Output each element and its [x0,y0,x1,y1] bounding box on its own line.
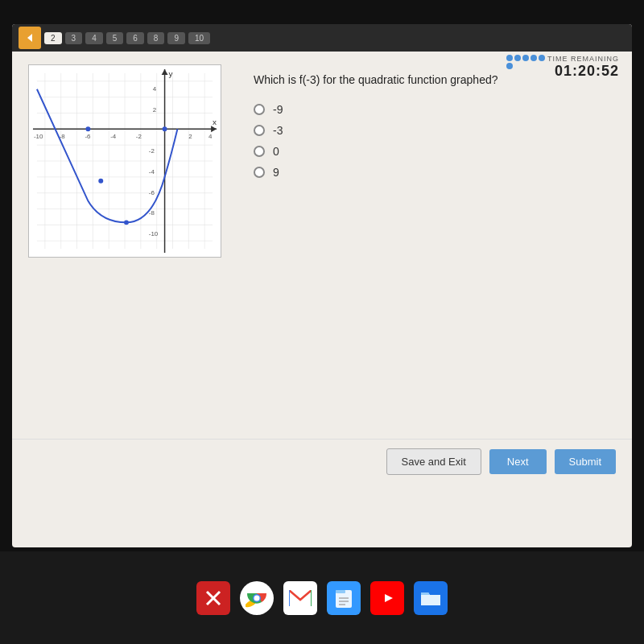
svg-text:x: x [213,118,217,126]
question-section: Which is f(-3) for the quadratic functio… [254,64,616,470]
tab-5[interactable]: 5 [106,32,124,44]
svg-point-48 [254,595,260,601]
svg-text:-10: -10 [149,230,159,237]
next-button[interactable]: Next [489,449,547,474]
svg-text:-4: -4 [149,168,155,175]
taskbar-youtube-icon[interactable] [370,581,404,615]
graph-section: x y -10 -8 -6 -4 -2 2 [28,64,237,470]
question-text: Which is f(-3) for the quadratic functio… [254,72,616,89]
option-0-text: 0 [273,145,279,158]
screen: 2 3 4 5 6 8 9 10 TIME REMAINING 01:20:52 [12,24,632,547]
option-neg3[interactable]: -3 [254,124,616,137]
tab-10[interactable]: 10 [188,32,210,44]
dot-x-intercept-left [85,126,90,131]
option-neg9-text: -9 [273,103,283,116]
submit-button[interactable]: Submit [555,449,616,474]
tab-6[interactable]: 6 [126,32,144,44]
svg-text:4: 4 [153,85,157,93]
option-9[interactable]: 9 [254,166,616,179]
dot-origin [163,126,167,131]
radio-neg3[interactable] [254,125,265,136]
tab-2[interactable]: 2 [44,32,62,44]
svg-rect-53 [336,590,345,593]
svg-marker-26 [162,69,168,75]
svg-text:y: y [169,69,173,78]
tab-9[interactable]: 9 [167,32,185,44]
taskbar-folder-icon[interactable] [414,581,448,615]
option-9-text: 9 [273,166,279,179]
option-neg3-text: -3 [273,124,283,137]
taskbar-x-icon[interactable] [196,581,230,615]
svg-text:-6: -6 [85,133,91,140]
answer-options: -9 -3 0 9 [254,103,616,179]
monitor-frame: 2 3 4 5 6 8 9 10 TIME REMAINING 01:20:52 [0,0,644,644]
tab-3[interactable]: 3 [65,32,83,44]
option-neg9[interactable]: -9 [254,103,616,116]
graph-container: x y -10 -8 -6 -4 -2 2 [28,64,221,258]
svg-text:-2: -2 [136,133,142,140]
svg-marker-25 [211,126,217,132]
radio-9[interactable] [254,167,265,178]
svg-text:-2: -2 [149,147,155,155]
radio-0[interactable] [254,146,265,157]
taskbar-files-icon[interactable] [327,581,361,615]
parabola-curve [37,89,178,223]
dot-mid [98,179,103,184]
nav-back-icon[interactable] [19,27,41,49]
svg-rect-59 [421,595,440,605]
top-bar: 2 3 4 5 6 8 9 10 [12,24,632,52]
option-0[interactable]: 0 [254,145,616,158]
dot-vertex [124,220,129,225]
svg-marker-0 [27,34,32,42]
content-area: x y -10 -8 -6 -4 -2 2 [12,52,632,483]
taskbar [0,551,644,644]
svg-text:2: 2 [188,133,192,140]
bottom-bar: Save and Exit Next Submit [12,439,632,483]
svg-text:2: 2 [153,106,156,114]
svg-text:-4: -4 [110,133,117,140]
graph-svg: x y -10 -8 -6 -4 -2 2 [29,65,221,257]
svg-text:-10: -10 [34,133,43,140]
tab-8[interactable]: 8 [147,32,165,44]
save-exit-button[interactable]: Save and Exit [386,448,481,475]
svg-text:4: 4 [208,133,213,140]
tab-4[interactable]: 4 [85,32,103,44]
radio-neg9[interactable] [254,104,265,115]
taskbar-chrome-icon[interactable] [240,581,274,615]
svg-text:-6: -6 [149,189,155,196]
taskbar-gmail-icon[interactable] [283,581,317,615]
